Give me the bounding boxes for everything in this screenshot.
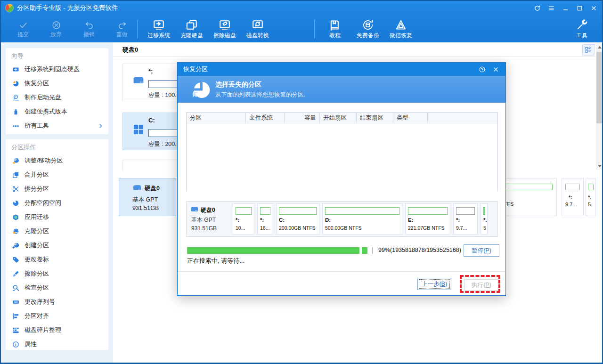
app-migrate-icon bbox=[12, 214, 19, 221]
toolbar-item-cancel[interactable]: 放弃 bbox=[40, 15, 73, 42]
table-header-4[interactable]: 开始扇区 bbox=[320, 113, 357, 123]
scroll-down-button[interactable] bbox=[596, 162, 603, 170]
back-button[interactable]: 上一步(B) bbox=[417, 278, 451, 290]
table-header-5[interactable]: 结束扇区 bbox=[357, 113, 393, 123]
sidebar-item-check-partition[interactable]: 检查分区 bbox=[6, 281, 108, 295]
toolbar-item-check[interactable]: 提交 bbox=[7, 15, 40, 42]
app-window: 分区助手专业版 - 无损分区免费软件 提交放弃撤销重做 迁移系统克隆硬盘擦除磁盘… bbox=[0, 0, 603, 364]
toolbar-separator bbox=[314, 20, 315, 39]
usage-bar bbox=[565, 184, 580, 190]
partition-strip-card[interactable]: *.5. bbox=[586, 178, 596, 216]
toolbar-separator bbox=[137, 20, 138, 39]
table-header-2[interactable]: 文件系统 bbox=[246, 113, 285, 123]
dialog-titlebar: 恢复分区 bbox=[178, 63, 505, 76]
dialog-banner: 选择丢失的分区 从下面的列表选择您想恢复的分区. bbox=[178, 76, 505, 103]
strip-partition-5[interactable]: E:221.07GB NTFS bbox=[405, 203, 450, 235]
defrag-icon bbox=[12, 327, 19, 334]
sidebar-item-split[interactable]: 拆分分区 bbox=[6, 182, 108, 196]
table-header-1[interactable]: 分区 bbox=[187, 113, 246, 123]
change-serial-icon: 123 bbox=[12, 299, 19, 306]
view-toggle-button[interactable] bbox=[582, 44, 595, 56]
close-button[interactable] bbox=[590, 5, 597, 12]
wipe-partition-icon bbox=[12, 270, 19, 277]
disk-icon bbox=[132, 170, 145, 171]
toolbar-item-redo[interactable]: 重做 bbox=[106, 15, 139, 42]
status-text: 正在搜索中, 请等待... bbox=[187, 257, 244, 265]
sidebar-item-portable-version[interactable]: 创建便携式版本 bbox=[6, 105, 108, 119]
recover-pie-icon bbox=[192, 80, 211, 99]
maximize-button[interactable] bbox=[576, 5, 583, 12]
toolbar-item-backup[interactable]: 免费备份 bbox=[351, 15, 384, 42]
toolbar: 提交放弃撤销重做 迁移系统克隆硬盘擦除磁盘磁盘转换 教程免费备份微信恢复 工具 bbox=[1, 15, 602, 42]
minimize-button[interactable] bbox=[562, 5, 569, 12]
sidebar-item-all-tools[interactable]: 所有工具 bbox=[6, 119, 108, 133]
strip-partition-3[interactable]: C:200.00GB NTFS bbox=[276, 203, 319, 235]
sidebar-item-app-migrate[interactable]: 应用迁移 bbox=[6, 210, 108, 224]
check-icon bbox=[18, 20, 28, 30]
scrollbar-thumb[interactable] bbox=[596, 52, 603, 123]
all-tools-icon bbox=[12, 122, 19, 129]
scroll-up-button[interactable] bbox=[596, 43, 603, 51]
close-icon[interactable] bbox=[492, 66, 499, 73]
clone-disk-icon bbox=[186, 19, 198, 31]
sidebar-item-align-partition[interactable]: 分区对齐 bbox=[6, 309, 108, 323]
sidebar-item-resize-move[interactable]: 调整/移动分区 bbox=[6, 154, 108, 168]
toolbar-item-convert-disk[interactable]: 磁盘转换 bbox=[241, 15, 274, 42]
sidebar-item-properties[interactable]: 属性 bbox=[6, 337, 108, 351]
strip-partition-4[interactable]: D:500.00GB NTFS bbox=[322, 203, 402, 235]
strip-partition-1[interactable]: *:10... bbox=[233, 203, 254, 235]
partition-strip-card[interactable]: *:9.7... bbox=[562, 178, 584, 216]
resize-move-icon bbox=[12, 157, 19, 164]
toolbar-item-erase-disk[interactable]: 擦除磁盘 bbox=[208, 15, 241, 42]
menu-button[interactable] bbox=[548, 5, 555, 12]
disk-info: 硬盘0基本 GPT931.51GB bbox=[188, 203, 230, 235]
usage-bar bbox=[483, 207, 485, 215]
sidebar-item-change-serial[interactable]: 123更改序列号 bbox=[6, 295, 108, 309]
properties-icon bbox=[12, 341, 19, 348]
sidebar-item-change-label[interactable]: 更改卷标 bbox=[6, 252, 108, 267]
sidebar-item-defrag[interactable]: 磁盘碎片整理 bbox=[6, 323, 108, 337]
strip-partition-6[interactable]: *:9.7... bbox=[453, 203, 478, 235]
chevron-right-icon bbox=[98, 123, 104, 129]
operations-header: 分区操作 bbox=[6, 139, 108, 154]
disk-info-card[interactable]: 硬盘0基本 GPT931.51GB bbox=[119, 178, 176, 216]
usage-bar bbox=[588, 184, 594, 190]
usage-bar bbox=[236, 207, 252, 215]
split-icon bbox=[12, 186, 19, 193]
wechat-recovery-icon bbox=[395, 19, 407, 31]
table-body[interactable] bbox=[187, 123, 497, 192]
vertical-scrollbar[interactable] bbox=[596, 43, 603, 170]
toolbar-item-tools[interactable]: 工具 bbox=[565, 15, 598, 42]
sidebar-item-clone-partition[interactable]: 克隆分区 bbox=[6, 224, 108, 238]
svg-text:123: 123 bbox=[14, 301, 18, 303]
table-header-6[interactable]: 类型 bbox=[393, 113, 428, 123]
change-label-icon bbox=[12, 256, 19, 263]
disk-icon bbox=[132, 183, 142, 193]
toolbar-item-tutorial[interactable]: 教程 bbox=[318, 15, 351, 42]
sidebar-item-create-partition[interactable]: 创建分区 bbox=[6, 238, 108, 252]
sidebar-item-recover-partition[interactable]: 恢复分区 bbox=[6, 76, 108, 90]
strip-partition-7[interactable]: *.5. bbox=[481, 203, 488, 235]
toolbar-item-wechat-recovery[interactable]: 微信恢复 bbox=[384, 15, 417, 42]
migrate-disk-icon bbox=[153, 19, 165, 31]
refresh-button[interactable] bbox=[534, 5, 541, 12]
erase-disk-icon bbox=[219, 19, 231, 31]
sidebar-item-merge[interactable]: 合并分区 bbox=[6, 168, 108, 182]
titlebar: 分区助手专业版 - 无损分区免费软件 bbox=[1, 1, 602, 15]
sidebar-item-wipe-partition[interactable]: 擦除分区 bbox=[6, 267, 108, 281]
toolbar-item-clone-disk[interactable]: 克隆硬盘 bbox=[175, 15, 208, 42]
table-header-filler bbox=[428, 113, 497, 123]
strip-partition-2[interactable]: *:16... bbox=[257, 203, 273, 235]
execute-button[interactable]: 执行(P) bbox=[464, 279, 498, 291]
pause-button[interactable]: 暂停(P) bbox=[464, 244, 499, 257]
disk-icon bbox=[132, 74, 145, 87]
toolbar-item-undo[interactable]: 撤销 bbox=[73, 15, 106, 42]
table-header-3[interactable]: 容量 bbox=[285, 113, 320, 123]
operations-panel: 分区操作 调整/移动分区合并分区拆分分区分配空闲空间应用迁移克隆分区创建分区更改… bbox=[6, 139, 108, 350]
sidebar-item-allocate-space[interactable]: 分配空闲空间 bbox=[6, 196, 108, 210]
recover-partition-icon bbox=[12, 80, 19, 87]
sidebar-item-boot-disc[interactable]: 制作启动光盘 bbox=[6, 90, 108, 105]
sidebar-item-migrate-ssd[interactable]: 迁移系统到固态硬盘 bbox=[6, 62, 108, 76]
help-icon[interactable] bbox=[479, 66, 486, 73]
toolbar-item-migrate-disk[interactable]: 迁移系统 bbox=[142, 15, 175, 42]
